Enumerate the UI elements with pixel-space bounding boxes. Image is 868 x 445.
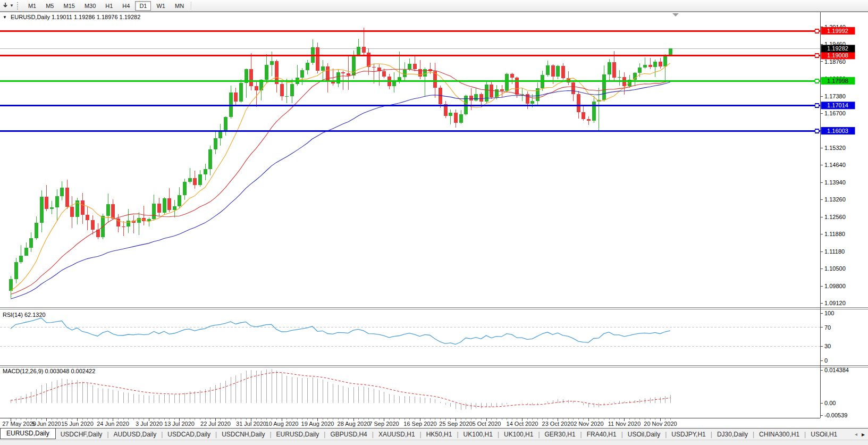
chart-tab-china300-h1[interactable]: CHINA300,H1: [754, 429, 804, 440]
chart-title: ▼ EURUSD,Daily 1.19011 1.19286 1.18976 1…: [3, 14, 140, 20]
candle-up: [556, 66, 560, 77]
candle-down: [65, 188, 69, 207]
chart-shift-marker-icon[interactable]: [672, 13, 679, 16]
collapse-triangle-icon[interactable]: ▼: [3, 15, 7, 20]
candle-down: [316, 47, 319, 71]
candle-down: [193, 178, 197, 185]
tab-scroll-right-icon[interactable]: ▸: [862, 431, 865, 438]
candle-down: [469, 96, 473, 100]
chart-tab-usoil-h1[interactable]: USOil,H1: [806, 429, 842, 440]
timeframe-button-h1[interactable]: H1: [101, 1, 117, 11]
timeframe-button-m15[interactable]: M15: [59, 1, 79, 11]
chart-tab-eurusd-daily[interactable]: EURUSD,Daily: [272, 429, 324, 440]
candle-up: [137, 218, 141, 222]
candle-up: [633, 73, 637, 80]
macd-histogram: [11, 369, 671, 410]
candle-down: [372, 67, 376, 68]
candle-down: [490, 85, 493, 97]
candle-down: [280, 84, 284, 96]
chart-tab-usdcnh-daily[interactable]: USDCNH,Daily: [217, 429, 269, 440]
candle-down: [500, 89, 504, 91]
toolbar-drag-handle[interactable]: [17, 2, 20, 10]
chart-tab-uk100-h1[interactable]: UK100,H1: [459, 429, 498, 440]
pane-splitter[interactable]: [0, 366, 868, 367]
h-line-handle[interactable]: [815, 54, 819, 57]
candle-up: [505, 74, 509, 91]
candle-up: [214, 138, 217, 149]
chart-tab-usoil-daily[interactable]: USOil,Daily: [623, 429, 665, 440]
timeframe-button-h4[interactable]: H4: [118, 1, 134, 11]
date-label: 16 Sep 2020: [403, 421, 436, 427]
candle-up: [663, 55, 667, 66]
h-line-1.19008[interactable]: [0, 54, 820, 57]
chart-tab-ger30-h1[interactable]: GER30,H1: [540, 429, 580, 440]
chart-tab-gbpusd-h4[interactable]: GBPUSD,H4: [325, 429, 372, 440]
candle-down: [571, 82, 575, 94]
h-line-handle[interactable]: [815, 29, 819, 33]
candle-up: [398, 77, 401, 80]
timeframe-button-d1[interactable]: D1: [135, 1, 151, 11]
timeframe-button-m5[interactable]: M5: [41, 1, 58, 11]
candle-down: [382, 71, 386, 77]
chart-tab-eurusd-daily[interactable]: EURUSD,Daily: [0, 428, 56, 439]
candle-up: [35, 223, 38, 238]
timeframe-button-mn[interactable]: MN: [171, 1, 188, 11]
tab-bar: EURUSD,DailyUSDCHF,Daily|AUDUSD,Daily|US…: [0, 428, 868, 440]
chart-title-text: EURUSD,Daily 1.19011 1.19286 1.18976 1.1…: [11, 14, 140, 20]
date-axis[interactable]: 27 May 20205 Jun 202015 Jun 202024 Jun 2…: [2, 418, 677, 427]
chart-tab-usdcad-daily[interactable]: USDCAD,Daily: [163, 429, 215, 440]
candle-up: [306, 63, 309, 70]
timeframe-button-w1[interactable]: W1: [152, 1, 170, 11]
candle-up: [24, 248, 28, 256]
chart-canvas[interactable]: 1.201401.194601.187601.180801.173801.167…: [0, 0, 868, 445]
chart-tabs: EURUSD,DailyUSDCHF,Daily|AUDUSD,Daily|US…: [0, 429, 842, 440]
chart-tab-hk50-h1[interactable]: HK50,H1: [422, 429, 457, 440]
rsi-tick-label: 100: [824, 310, 834, 316]
candle-down: [362, 47, 366, 53]
chart-tab-usdchf-daily[interactable]: USDCHF,Daily: [56, 429, 107, 440]
candle-up: [669, 48, 672, 55]
candle-down: [648, 65, 652, 67]
candle-up: [546, 65, 550, 75]
candle-up: [643, 65, 647, 68]
date-label: 23 Oct 2020: [542, 421, 574, 427]
candle-up: [208, 149, 212, 169]
candle-up: [321, 66, 325, 71]
candle-up: [602, 74, 606, 100]
ma-line-sma20[interactable]: [11, 69, 670, 294]
tab-scroll-left-icon[interactable]: ◂: [855, 431, 857, 437]
ma-line-sma8[interactable]: [11, 63, 670, 291]
candle-down: [510, 74, 514, 78]
chart-tab-audusd-daily[interactable]: AUDUSD,Daily: [109, 429, 162, 440]
candle-down: [86, 215, 89, 220]
pane-splitter[interactable]: [0, 308, 868, 309]
candle-down: [157, 204, 161, 212]
chart-tab-uk100-h1[interactable]: UK100,H1: [499, 429, 538, 440]
timeframe-button-m30[interactable]: M30: [80, 1, 100, 11]
h-line-1.17998[interactable]: [0, 79, 820, 83]
h-line-1.19992[interactable]: [0, 29, 820, 33]
date-label: 14 Oct 2020: [507, 421, 538, 427]
chart-tab-xauusd-h1[interactable]: XAUUSD,H1: [374, 429, 420, 440]
chart-tab-usdjpy-h1[interactable]: USDJPY,H1: [667, 429, 710, 440]
chart-tab-fra40-h1[interactable]: FRA40,H1: [582, 429, 621, 440]
h-line-1.17014[interactable]: [0, 104, 820, 107]
timeframe-button-m1[interactable]: M1: [24, 1, 40, 11]
candle-down: [167, 198, 171, 210]
price-label-1.19008: 1.19008: [821, 52, 855, 59]
date-label: 11 Nov 2020: [608, 421, 641, 427]
price-tick-label: 1.12560: [824, 214, 846, 220]
ma-line-ema45[interactable]: [11, 82, 670, 299]
candle-up: [352, 55, 356, 75]
h-line-handle[interactable]: [815, 79, 819, 83]
price-tick-label: 1.11880: [824, 231, 845, 237]
candle-up: [204, 169, 207, 174]
dropdown-caret-icon[interactable]: ▼: [10, 3, 14, 8]
rsi-tick-label: 30: [824, 343, 831, 349]
h-line-1.16003[interactable]: [0, 129, 820, 133]
candle-down: [81, 200, 85, 215]
candle-up: [300, 70, 304, 78]
chart-tab-dj30-daily[interactable]: DJ30,Daily: [712, 429, 753, 440]
h-line-handle[interactable]: [815, 104, 819, 107]
h-line-handle[interactable]: [815, 129, 819, 133]
